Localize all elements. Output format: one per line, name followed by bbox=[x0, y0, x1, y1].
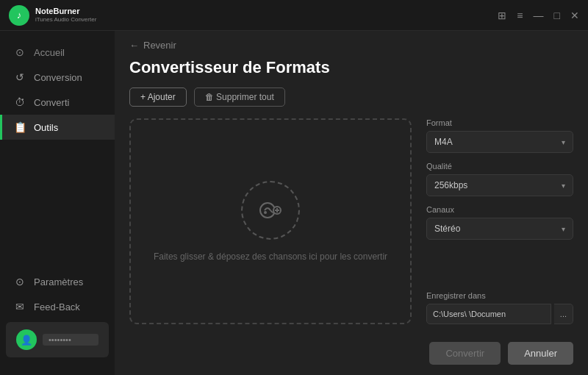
app-logo-icon: ♪ bbox=[9, 5, 29, 26]
sidebar-item-parametres[interactable]: ⊙ Paramètres bbox=[0, 269, 115, 294]
bottom-bar: Convertir Annuler bbox=[115, 336, 588, 375]
user-avatar: 👤 bbox=[16, 329, 37, 350]
quality-chevron-icon: ▾ bbox=[562, 182, 565, 190]
quality-select[interactable]: 256kbps ▾ bbox=[426, 174, 573, 196]
channels-value: Stéréo bbox=[434, 224, 460, 234]
toolbar: + Ajouter 🗑 Supprimer tout bbox=[129, 88, 573, 107]
minimize-icon[interactable]: — bbox=[534, 10, 544, 21]
channels-label: Canaux bbox=[426, 205, 573, 214]
feedback-icon: ✉ bbox=[13, 301, 26, 312]
user-section[interactable]: 👤 •••••••• bbox=[6, 322, 109, 357]
channels-chevron-icon: ▾ bbox=[562, 225, 565, 233]
cancel-button[interactable]: Annuler bbox=[508, 342, 573, 365]
channels-select[interactable]: Stéréo ▾ bbox=[426, 218, 573, 240]
sidebar-item-feedback[interactable]: ✉ Feed-Back bbox=[0, 294, 115, 319]
save-path-row: C:\Users\ \Documen ... bbox=[426, 304, 573, 324]
convert-button[interactable]: Convertir bbox=[429, 342, 501, 365]
quality-label: Qualité bbox=[426, 162, 573, 171]
menu-icon[interactable]: ≡ bbox=[517, 10, 523, 21]
main-layout: ⊙ Accueil ↺ Conversion ⏱ Converti 📋 Outi… bbox=[0, 31, 588, 375]
sidebar: ⊙ Accueil ↺ Conversion ⏱ Converti 📋 Outi… bbox=[0, 31, 115, 375]
window-controls: ⊞ ≡ — □ ✕ bbox=[498, 10, 579, 21]
sidebar-label-parametres: Paramètres bbox=[34, 276, 83, 288]
drop-area[interactable]: Faites glisser & déposez des chansons ic… bbox=[129, 118, 412, 324]
close-icon[interactable]: ✕ bbox=[570, 10, 579, 21]
content-header: ← Revenir Convertisseur de Formats + Ajo… bbox=[115, 31, 588, 118]
app-name: NoteBurner bbox=[35, 7, 96, 16]
sidebar-bottom: ⊙ Paramètres ✉ Feed-Back 👤 •••••••• bbox=[0, 263, 115, 366]
app-subtitle: iTunes Audio Converter bbox=[35, 16, 96, 24]
content-area: ← Revenir Convertisseur de Formats + Ajo… bbox=[115, 31, 588, 375]
save-label: Enregistrer dans bbox=[426, 291, 573, 300]
back-button[interactable]: ← Revenir bbox=[129, 40, 573, 51]
sidebar-label-converti: Converti bbox=[34, 97, 69, 108]
conversion-icon: ↺ bbox=[13, 71, 26, 83]
drop-hint: Faites glisser & déposez des chansons ic… bbox=[154, 251, 387, 262]
outils-icon: 📋 bbox=[13, 121, 26, 133]
quality-group: Qualité 256kbps ▾ bbox=[426, 162, 573, 196]
settings-panel: Format M4A ▾ Qualité 256kbps ▾ Canaux bbox=[426, 118, 573, 324]
format-value: M4A bbox=[434, 137, 453, 147]
drop-icon bbox=[241, 181, 300, 240]
page-title: Convertisseur de Formats bbox=[129, 58, 573, 77]
content-body: Faites glisser & déposez des chansons ic… bbox=[115, 118, 588, 336]
parametres-icon: ⊙ bbox=[13, 276, 26, 288]
quality-value: 256kbps bbox=[434, 180, 467, 190]
sidebar-item-accueil[interactable]: ⊙ Accueil bbox=[0, 40, 115, 65]
sidebar-item-outils[interactable]: 📋 Outils bbox=[0, 115, 115, 140]
maximize-icon[interactable]: □ bbox=[554, 10, 560, 21]
sidebar-item-converti[interactable]: ⏱ Converti bbox=[0, 90, 115, 115]
sidebar-label-conversion: Conversion bbox=[34, 72, 82, 83]
converti-icon: ⏱ bbox=[13, 96, 26, 108]
titlebar: ♪ NoteBurner iTunes Audio Converter ⊞ ≡ … bbox=[0, 0, 588, 31]
save-path-input[interactable]: C:\Users\ \Documen bbox=[426, 304, 551, 324]
sidebar-label-accueil: Accueil bbox=[34, 47, 65, 58]
sidebar-label-feedback: Feed-Back bbox=[34, 301, 80, 312]
delete-all-button[interactable]: 🗑 Supprimer tout bbox=[194, 88, 285, 107]
home-icon: ⊙ bbox=[13, 46, 26, 58]
format-group: Format M4A ▾ bbox=[426, 118, 573, 153]
back-label: Revenir bbox=[143, 40, 176, 51]
format-label: Format bbox=[426, 118, 573, 127]
svg-point-1 bbox=[264, 211, 267, 214]
back-arrow-icon: ← bbox=[129, 40, 139, 51]
add-button[interactable]: + Ajouter bbox=[129, 88, 187, 107]
sidebar-item-conversion[interactable]: ↺ Conversion bbox=[0, 65, 115, 90]
sidebar-label-outils: Outils bbox=[34, 122, 58, 133]
browse-button[interactable]: ... bbox=[554, 304, 573, 324]
grid-icon[interactable]: ⊞ bbox=[498, 10, 506, 21]
app-logo: ♪ NoteBurner iTunes Audio Converter bbox=[9, 5, 96, 26]
user-name: •••••••• bbox=[43, 334, 98, 346]
channels-group: Canaux Stéréo ▾ bbox=[426, 205, 573, 240]
format-chevron-icon: ▾ bbox=[562, 138, 565, 146]
save-path-group: Enregistrer dans C:\Users\ \Documen ... bbox=[426, 291, 573, 324]
format-select[interactable]: M4A ▾ bbox=[426, 131, 573, 153]
